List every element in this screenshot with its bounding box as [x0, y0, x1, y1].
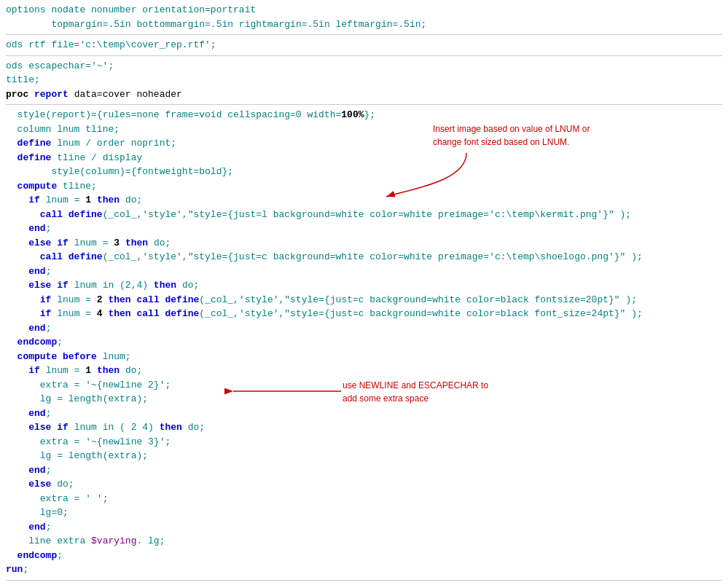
code-line: if lnum = 1 then do;	[6, 364, 722, 378]
separator	[6, 34, 722, 35]
code-line: extra = '~{newline 3}';	[6, 435, 722, 449]
code-line: line extra $varying. lg;	[6, 534, 722, 549]
code-line: endcomp;	[6, 335, 722, 350]
code-line: else if lnum = 3 then do;	[6, 236, 722, 251]
code-line: proc report data=cover noheader	[6, 87, 722, 102]
code-line: style(report)={rules=none frame=void cel…	[6, 108, 722, 122]
code-line: end;	[6, 221, 722, 236]
code-line: else if lnum in (2,4) then do;	[6, 278, 722, 293]
annotation-newline: use NEWLINE and ESCAPECHAR to add some e…	[343, 379, 503, 405]
code-line: run;	[6, 562, 722, 577]
code-line: call define(_col_,'style',"style={just=l…	[6, 208, 722, 222]
code-line: end;	[6, 520, 722, 535]
code-container: options nodate nonumber orientation=port…	[0, 0, 728, 585]
code-line: else do;	[6, 477, 722, 492]
separator	[6, 55, 722, 56]
code-line: compute before lnum;	[6, 350, 722, 364]
code-line: call define(_col_,'style',"style={just=c…	[6, 250, 722, 264]
code-line: define tline / display	[6, 151, 722, 165]
code-line: if lnum = 1 then do;	[6, 193, 722, 208]
code-line: compute tline;	[6, 179, 722, 194]
code-line: end;	[6, 407, 722, 421]
code-line: ods escapechar='~';	[6, 59, 722, 74]
separator2	[6, 580, 722, 581]
annotation-lnum: Insert image based on value of LNUM or c…	[433, 122, 615, 149]
code-line: if lnum = 4 then call define(_col_,'styl…	[6, 307, 722, 321]
code-line: extra = ' ';	[6, 492, 722, 506]
code-line: end;	[6, 321, 722, 336]
code-line: end;	[6, 264, 722, 279]
code-line: ods rtf file='c:\temp\cover_rep.rtf';	[6, 38, 722, 52]
code-line: end;	[6, 463, 722, 478]
code-line: options nodate nonumber orientation=port…	[6, 3, 722, 17]
separator-proc	[6, 104, 722, 105]
code-line: if lnum = 2 then call define(_col_,'styl…	[6, 293, 722, 307]
code-line: lg = length(extra);	[6, 449, 722, 463]
code-line: topmargin=.5in bottommargin=.5in rightma…	[6, 17, 722, 32]
code-line: title;	[6, 73, 722, 87]
code-line: else if lnum in ( 2 4) then do;	[6, 420, 722, 435]
code-line: endcomp;	[6, 549, 722, 563]
code-line: style(column)={fontweight=bold};	[6, 165, 722, 179]
code-line: lg=0;	[6, 506, 722, 520]
